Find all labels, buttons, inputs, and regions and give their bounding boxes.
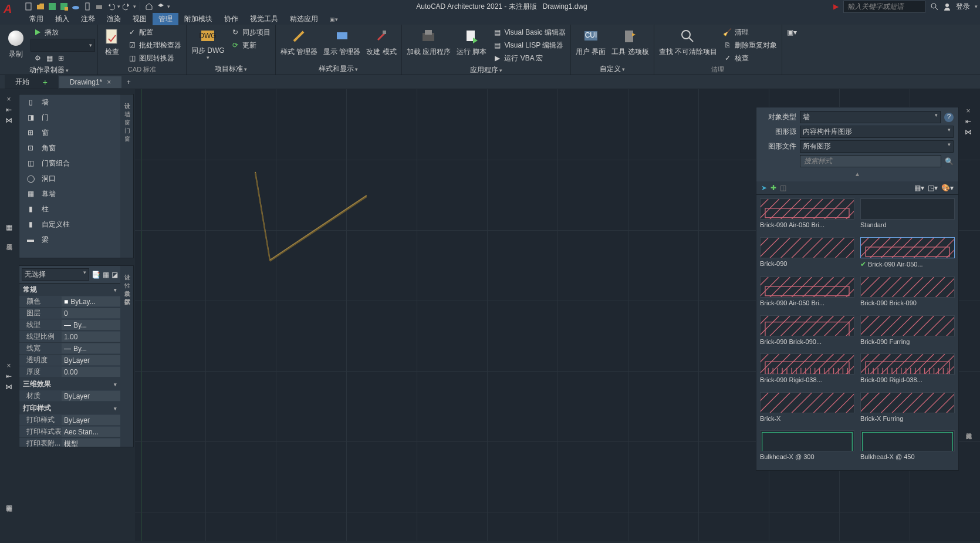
- object-icon[interactable]: ◪: [111, 271, 118, 279]
- menu-7[interactable]: 协作: [218, 13, 244, 25]
- prop-ltype[interactable]: — By...: [62, 320, 120, 330]
- palette-item-7[interactable]: ▮柱: [19, 201, 120, 217]
- drawing-source-select[interactable]: 内容构件库图形▾: [800, 126, 954, 138]
- wall-segment[interactable]: [269, 196, 367, 262]
- menu-3[interactable]: 渲染: [101, 13, 127, 25]
- redo-dropdown[interactable]: ▾: [133, 4, 136, 9]
- palette-pin-icon[interactable]: ⇤: [6, 106, 12, 114]
- new-tab-button[interactable]: +: [123, 78, 134, 86]
- style-item-1[interactable]: Standard: [860, 198, 955, 235]
- palette-close-icon[interactable]: ×: [6, 95, 11, 103]
- style-item-10[interactable]: Brick-X: [760, 392, 854, 429]
- print-icon[interactable]: [94, 1, 104, 12]
- rail-icon-1[interactable]: ▦: [6, 223, 12, 231]
- new-icon[interactable]: [23, 1, 34, 12]
- prop-thick[interactable]: 0.00: [62, 367, 120, 377]
- undo-icon[interactable]: [106, 1, 116, 12]
- style-item-12[interactable]: Bulkhead-X @ 300: [760, 430, 854, 467]
- palette-item-1[interactable]: ◨门: [19, 110, 120, 125]
- check-button[interactable]: 检查: [100, 26, 124, 58]
- menu-9[interactable]: 精选应用: [284, 13, 324, 25]
- object-type-select[interactable]: 墙▾: [800, 111, 941, 123]
- plottable-value[interactable]: Aec Stan...: [62, 427, 120, 437]
- menu-1[interactable]: 插入: [49, 13, 75, 25]
- palette-item-5[interactable]: ◯洞口: [19, 171, 120, 186]
- grid-view-icon[interactable]: ▦▾: [914, 184, 924, 192]
- style-item-9[interactable]: Brick-090 Rigid-038...: [860, 353, 955, 390]
- login-link[interactable]: 登录: [956, 2, 970, 12]
- tool-palette-button[interactable]: 工具 选项板: [609, 26, 651, 58]
- add-icon[interactable]: ✚: [771, 184, 776, 192]
- material-value[interactable]: ByLayer: [62, 391, 120, 401]
- menu-8[interactable]: 视觉工具: [244, 13, 284, 25]
- user-icon[interactable]: [943, 2, 951, 11]
- plotstyle-value[interactable]: ByLayer: [62, 415, 120, 425]
- save-icon[interactable]: [47, 1, 58, 12]
- style-item-5[interactable]: Brick-090 Brick-090: [860, 276, 955, 313]
- rail-icon-2[interactable]: ▦: [6, 504, 12, 512]
- sync-project-button[interactable]: ↻同步项目: [228, 26, 273, 39]
- tab-drawing1[interactable]: Drawing1*×: [59, 76, 121, 88]
- menu-4[interactable]: 视图: [127, 13, 153, 25]
- prop-lscale[interactable]: 1.00: [62, 332, 120, 342]
- palette-item-2[interactable]: ⊞窗: [19, 125, 120, 140]
- open-icon[interactable]: [35, 1, 46, 12]
- configure-button[interactable]: ✓配置: [125, 26, 184, 39]
- style-pin-icon[interactable]: ⇤: [965, 117, 971, 126]
- style-item-11[interactable]: Brick-X Furring: [860, 392, 955, 429]
- drawing-file-select[interactable]: 所有图形▾: [800, 140, 954, 153]
- tab-start[interactable]: 开始 +: [5, 75, 58, 89]
- select-similar-icon[interactable]: ▦: [103, 271, 109, 279]
- prop-trans[interactable]: ByLayer: [62, 355, 120, 365]
- rebuild-mode-button[interactable]: 改建 模式: [364, 26, 398, 58]
- update-button[interactable]: ⟳更新: [228, 39, 273, 52]
- style-item-0[interactable]: Brick-090 Air-050 Bri...: [760, 198, 854, 235]
- palette-item-4[interactable]: ◫门窗组合: [19, 156, 120, 171]
- style-item-3[interactable]: ✔ Brick-090 Air-050...: [860, 237, 955, 275]
- run-vba-button[interactable]: ▶运行 VBA 宏: [490, 52, 567, 65]
- prop-color[interactable]: ■ ByLay...: [62, 296, 120, 306]
- vb-editor-button[interactable]: ▤Visual Basic 编辑器: [490, 26, 567, 39]
- share-icon[interactable]: [144, 1, 154, 12]
- style-close-icon[interactable]: ×: [966, 107, 970, 115]
- style-anchor-icon[interactable]: ⋈: [965, 128, 972, 136]
- menu-6[interactable]: 附加模块: [178, 13, 218, 25]
- props-close-icon[interactable]: ×: [6, 362, 11, 370]
- wall-segment[interactable]: [255, 173, 271, 261]
- props-anchor-icon[interactable]: ⋈: [5, 383, 12, 391]
- play-button[interactable]: 播放: [31, 26, 95, 39]
- cloud-icon[interactable]: [70, 1, 81, 12]
- prop-layer[interactable]: 0: [62, 308, 120, 318]
- collapse-filters[interactable]: ▴: [761, 170, 954, 178]
- audit-button[interactable]: ✓核查: [721, 52, 779, 65]
- style-search-input[interactable]: 搜索样式: [800, 155, 941, 167]
- run-script-button[interactable]: 运行 脚本: [454, 26, 489, 58]
- group-print[interactable]: 打印样式▾: [19, 402, 120, 414]
- batch-check-button[interactable]: ☑批处理检查器: [125, 39, 184, 52]
- load-app-button[interactable]: 加载 应用程序: [404, 26, 453, 58]
- ribbon-expand-button[interactable]: ▣▾: [785, 26, 799, 39]
- style-manager-button[interactable]: 样式 管理器: [278, 26, 320, 58]
- help-icon[interactable]: ?: [944, 113, 954, 122]
- redo-icon[interactable]: [121, 1, 132, 12]
- props-pin-icon[interactable]: ⇤: [6, 372, 12, 380]
- layer-translator-button[interactable]: ◫图层转换器: [125, 52, 184, 65]
- close-icon[interactable]: ×: [107, 78, 111, 86]
- group-general[interactable]: 常规▾: [19, 284, 120, 296]
- menu-5[interactable]: 管理: [153, 13, 178, 25]
- delete-dup-button[interactable]: ⎘删除重复对象: [721, 39, 779, 52]
- group-3d[interactable]: 三维效果▾: [19, 378, 120, 390]
- find-unpurgeable-button[interactable]: 查找 不可清除项目: [657, 26, 719, 58]
- sync-dwg-button[interactable]: DWG同步 DWG▾: [189, 26, 227, 62]
- palette-item-0[interactable]: ▯墙: [19, 95, 120, 110]
- send-icon[interactable]: ➤: [761, 184, 767, 192]
- color-icon[interactable]: 🎨▾: [941, 184, 954, 192]
- palette-anchor-icon[interactable]: ⋈: [5, 116, 12, 124]
- search-icon[interactable]: 🔍: [945, 157, 954, 166]
- menu-expand[interactable]: ▣▾: [324, 14, 344, 24]
- style-item-8[interactable]: Brick-090 Rigid-038...: [760, 353, 854, 390]
- search-icon[interactable]: [930, 2, 938, 11]
- layer-icon[interactable]: [156, 1, 166, 12]
- hatch-icon[interactable]: ◫: [780, 184, 786, 192]
- menu-0[interactable]: 常用: [23, 13, 49, 25]
